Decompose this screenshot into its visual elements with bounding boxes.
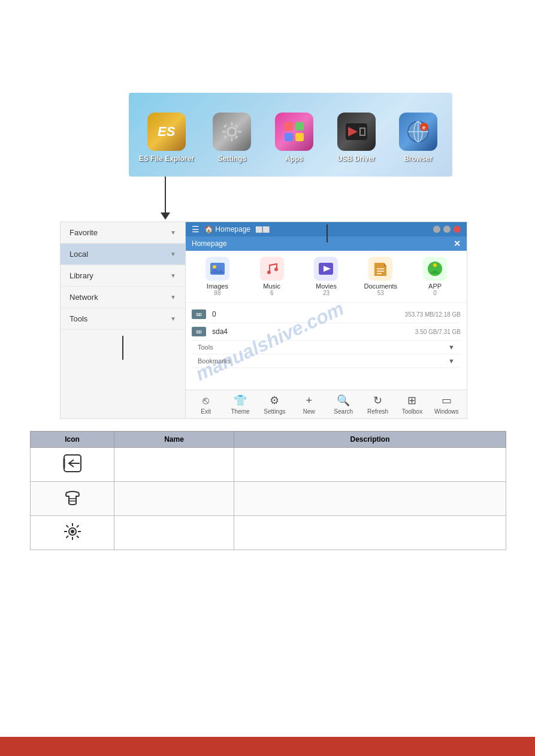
toolbar-item-theme[interactable]: 👕 Theme [225, 394, 255, 415]
sub-close-button[interactable]: ✕ [454, 239, 461, 248]
sidebar-item-network[interactable]: Network ▼ [61, 287, 185, 308]
settings-toolbar-label: Settings [264, 408, 285, 415]
titlebar-controls [433, 226, 461, 233]
tools-section-header[interactable]: Tools ▼ [192, 341, 461, 354]
images-count: 88 [214, 290, 220, 296]
file-item-music[interactable]: Music 6 [254, 257, 290, 296]
bookmarks-chevron: ▼ [448, 357, 455, 365]
launcher-label-browser: Browser [404, 154, 433, 163]
maximize-button[interactable] [443, 226, 451, 233]
music-icon [260, 257, 284, 281]
svg-rect-3 [222, 131, 226, 133]
file-item-movies[interactable]: Movies 23 [308, 257, 344, 296]
usb-driver-icon [337, 113, 376, 151]
table-header-description: Description [234, 432, 506, 448]
svg-rect-2 [231, 138, 233, 141]
chevron-icon: ▼ [170, 251, 176, 257]
settings-table-icon [63, 522, 82, 541]
storage-name-sda4: sda4 [212, 327, 409, 336]
toolbar-item-exit[interactable]: ⎋ Exit [191, 394, 221, 415]
documents-count: 53 [377, 290, 384, 296]
cursor [122, 336, 123, 360]
table-cell-settings-desc [234, 516, 506, 550]
storage-item-sda4[interactable]: SD sda4 3.50 GB/7.31 GB [192, 323, 461, 341]
theme-label: Theme [231, 408, 250, 415]
music-label: Music [263, 283, 280, 290]
movies-count: 23 [323, 290, 330, 296]
svg-rect-5 [223, 124, 227, 127]
svg-rect-1 [231, 122, 233, 126]
settings-icon [213, 113, 251, 151]
svg-rect-8 [223, 135, 227, 139]
launcher-item-apps[interactable]: Apps [270, 113, 318, 163]
toolbox-label: Toolbox [402, 408, 422, 415]
table-cell-exit-icon [31, 448, 114, 482]
minimize-button[interactable] [433, 226, 440, 233]
apps-icon [275, 113, 313, 151]
titlebar-left: ☰ 🏠 Homepage ⬜⬜ [192, 224, 270, 234]
search-label: Search [334, 408, 353, 415]
launcher-item-browser[interactable]: e Browser [394, 113, 442, 163]
chevron-icon: ▼ [170, 272, 176, 279]
svg-line-48 [66, 526, 68, 528]
file-item-images[interactable]: Images 88 [200, 257, 235, 296]
app-icon [423, 257, 447, 281]
browser-icon: e [399, 113, 437, 151]
sidebar-item-local[interactable]: Local ▼ [61, 244, 185, 265]
launcher-label-es: ES File Explorer [139, 154, 194, 163]
launcher-label-usb: USB Driver [337, 154, 375, 163]
toolbar-item-new[interactable]: + New [294, 394, 324, 415]
app-count: 0 [433, 290, 437, 296]
launcher-item-usb-driver[interactable]: USB Driver [333, 113, 380, 163]
storage-icon-0: SD [192, 309, 206, 319]
file-item-documents[interactable]: Documents 53 [362, 257, 398, 296]
sidebar-item-favorite[interactable]: Favorite ▼ [61, 222, 185, 244]
svg-line-50 [77, 526, 79, 528]
hamburger-icon[interactable]: ☰ [192, 224, 200, 234]
exit-label: Exit [201, 408, 211, 415]
table-row [31, 482, 506, 516]
bookmarks-section-header[interactable]: Bookmarks ▼ [192, 354, 461, 368]
svg-point-52 [71, 530, 74, 533]
table-cell-theme-name [114, 482, 234, 516]
toolbar-item-search[interactable]: 🔍 Search [328, 394, 358, 415]
svg-line-51 [66, 536, 68, 538]
storage-list: SD 0 353.73 MB/12.18 GB SD sda4 3.50 GB/… [186, 303, 467, 390]
svg-rect-10 [285, 122, 293, 130]
reference-table: Icon Name Description [30, 431, 506, 550]
table-row [31, 448, 506, 482]
tools-section-label: Tools [198, 344, 213, 351]
storage-size-0: 353.73 MB/12.18 GB [405, 311, 461, 318]
launcher-item-settings[interactable]: Settings [208, 113, 256, 163]
toolbar-item-refresh[interactable]: ↻ Refresh [363, 394, 393, 415]
svg-text:e: e [422, 125, 425, 130]
new-label: New [303, 408, 315, 415]
theme-table-icon [63, 488, 82, 507]
close-button[interactable] [454, 226, 461, 233]
arrow-down [161, 177, 170, 220]
table-header-icon: Icon [31, 432, 114, 448]
launcher-label-apps: Apps [285, 154, 303, 163]
main-panel: ☰ 🏠 Homepage ⬜⬜ Homepage ✕ [186, 221, 467, 419]
launcher-bar: ES ES File Explorer Settings [129, 93, 452, 177]
sidebar-item-tools[interactable]: Tools ▼ [61, 308, 185, 330]
toolbar-item-toolbox[interactable]: ⊞ Toolbox [397, 394, 427, 415]
storage-item-0[interactable]: SD 0 353.73 MB/12.18 GB [192, 306, 461, 323]
launcher-item-es-file-explorer[interactable]: ES ES File Explorer [139, 113, 194, 163]
refresh-label: Refresh [367, 408, 388, 415]
movies-icon [314, 257, 338, 281]
file-item-app[interactable]: APP 0 [417, 257, 453, 296]
svg-rect-7 [235, 124, 238, 127]
toolbar-item-settings[interactable]: ⚙ Settings [259, 394, 289, 415]
svg-line-49 [77, 536, 79, 538]
svg-point-26 [267, 271, 271, 274]
windows-label: Windows [434, 408, 459, 415]
pointer-line [327, 224, 328, 242]
sidebar-item-library[interactable]: Library ▼ [61, 265, 185, 287]
svg-point-37 [433, 263, 437, 267]
table-cell-theme-icon [31, 482, 114, 516]
toolbar-item-windows[interactable]: ▭ Windows [431, 394, 461, 415]
es-file-explorer-icon: ES [147, 113, 186, 151]
refresh-icon: ↻ [373, 394, 382, 407]
launcher-label-settings: Settings [218, 154, 246, 163]
